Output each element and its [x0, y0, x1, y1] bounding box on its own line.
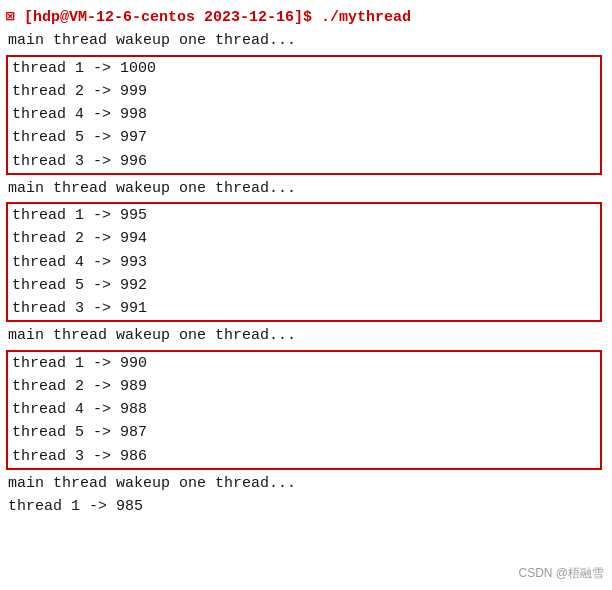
thread-line: thread 2 -> 999 — [12, 80, 596, 103]
prompt-line: ⊠ [hdp@VM-12-6-centos 2023-12-16]$ ./myt… — [4, 6, 608, 29]
thread-line: thread 3 -> 996 — [12, 150, 596, 173]
thread-group-2: thread 1 -> 995 thread 2 -> 994 thread 4… — [6, 202, 602, 322]
thread-line: thread 4 -> 993 — [12, 251, 596, 274]
wakeup-line-4: main thread wakeup one thread... — [4, 472, 608, 495]
thread-line: thread 1 -> 995 — [12, 204, 596, 227]
wakeup-line-3: main thread wakeup one thread... — [4, 324, 608, 347]
wakeup-line-2: main thread wakeup one thread... — [4, 177, 608, 200]
thread-line: thread 1 -> 990 — [12, 352, 596, 375]
thread-line: thread 4 -> 988 — [12, 398, 596, 421]
watermark: CSDN @梧融雪 — [518, 565, 604, 582]
thread-group-1: thread 1 -> 1000 thread 2 -> 999 thread … — [6, 55, 602, 175]
wakeup-line-1: main thread wakeup one thread... — [4, 29, 608, 52]
thread-line: thread 3 -> 991 — [12, 297, 596, 320]
thread-group-3: thread 1 -> 990 thread 2 -> 989 thread 4… — [6, 350, 602, 470]
thread-line: thread 5 -> 987 — [12, 421, 596, 444]
thread-line: thread 2 -> 994 — [12, 227, 596, 250]
thread-line: thread 1 -> 1000 — [12, 57, 596, 80]
thread-line: thread 2 -> 989 — [12, 375, 596, 398]
thread-line: thread 4 -> 998 — [12, 103, 596, 126]
thread-line: thread 3 -> 986 — [12, 445, 596, 468]
last-thread-line: thread 1 -> 985 — [4, 495, 608, 518]
thread-line: thread 5 -> 997 — [12, 126, 596, 149]
thread-line: thread 5 -> 992 — [12, 274, 596, 297]
terminal-window: ⊠ [hdp@VM-12-6-centos 2023-12-16]$ ./myt… — [0, 0, 612, 590]
